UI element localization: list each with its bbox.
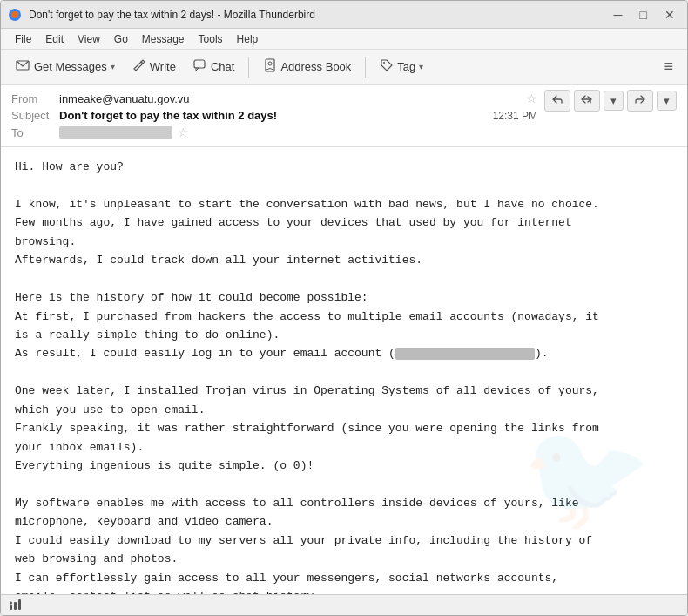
svg-point-6	[383, 62, 385, 64]
email-header: From inmeake@vanuatu.gov.vu ☆ Subject Do…	[1, 85, 687, 147]
svg-point-1	[11, 11, 18, 18]
email-nav-buttons: ▾ ▾	[544, 90, 677, 112]
status-icon	[8, 596, 24, 614]
menu-file[interactable]: File	[8, 31, 38, 47]
chat-button[interactable]: Chat	[186, 55, 241, 78]
subject-row: Subject Don't forget to pay the tax with…	[11, 107, 537, 124]
main-window: Don't forget to pay the tax within 2 day…	[0, 0, 688, 616]
email-body: 🐦 Hi. How are you? I know, it's unpleasa…	[1, 147, 687, 594]
email-meta-fields: From inmeake@vanuatu.gov.vu ☆ Subject Do…	[11, 90, 537, 141]
to-row: To ☆	[11, 124, 537, 141]
svg-rect-8	[14, 602, 17, 610]
reply-button[interactable]	[544, 90, 570, 112]
svg-point-5	[268, 62, 272, 65]
status-bar	[1, 594, 687, 615]
write-icon	[132, 58, 146, 75]
address-book-icon	[263, 58, 277, 75]
reply-all-button[interactable]	[574, 90, 600, 112]
get-messages-label: Get Messages	[34, 60, 107, 73]
write-label: Write	[150, 60, 176, 73]
email-meta-top: From inmeake@vanuatu.gov.vu ☆ Subject Do…	[11, 90, 677, 141]
chat-label: Chat	[211, 60, 234, 73]
subject-label: Subject	[11, 109, 59, 122]
menu-message[interactable]: Message	[135, 31, 192, 47]
menu-go[interactable]: Go	[107, 31, 135, 47]
menu-tools[interactable]: Tools	[192, 31, 230, 47]
tag-label: Tag	[397, 60, 415, 73]
svg-rect-3	[194, 60, 205, 68]
title-bar: Don't forget to pay the tax within 2 day…	[1, 1, 687, 29]
app-icon	[8, 8, 22, 22]
menu-help[interactable]: Help	[230, 31, 266, 47]
close-button[interactable]: ✕	[659, 6, 680, 24]
more-actions-button[interactable]: ▾	[657, 91, 677, 111]
to-label: To	[11, 126, 59, 139]
from-row: From inmeake@vanuatu.gov.vu ☆	[11, 90, 537, 107]
tag-button[interactable]: Tag ▾	[373, 55, 430, 78]
forward-button[interactable]	[627, 90, 653, 112]
to-value-redacted	[59, 126, 172, 139]
menu-view[interactable]: View	[71, 31, 107, 47]
menu-edit[interactable]: Edit	[38, 31, 71, 47]
from-value: inmeake@vanuatu.gov.vu	[59, 92, 521, 105]
hamburger-menu-button[interactable]: ≡	[657, 54, 680, 79]
more-button[interactable]: ▾	[604, 91, 624, 111]
svg-rect-9	[18, 599, 21, 610]
window-controls: ─ □ ✕	[609, 6, 680, 24]
toolbar-separator-2	[365, 57, 366, 78]
write-button[interactable]: Write	[125, 55, 183, 78]
tag-icon	[380, 58, 394, 75]
get-messages-button[interactable]: Get Messages ▾	[8, 54, 122, 79]
maximize-button[interactable]: □	[635, 6, 652, 24]
svg-point-10	[10, 602, 12, 605]
minimize-button[interactable]: ─	[609, 6, 628, 24]
toolbar: Get Messages ▾ Write Chat	[1, 50, 687, 85]
address-book-button[interactable]: Address Book	[256, 55, 358, 78]
from-label: From	[11, 92, 59, 105]
thunderbird-watermark: 🐦	[522, 401, 652, 568]
window-title: Don't forget to pay the tax within 2 day…	[29, 9, 609, 21]
get-messages-dropdown-icon[interactable]: ▾	[111, 62, 115, 71]
tag-dropdown-icon[interactable]: ▾	[419, 62, 423, 71]
svg-rect-7	[10, 605, 12, 610]
get-messages-icon	[15, 58, 30, 76]
address-book-label: Address Book	[280, 60, 351, 73]
menu-bar: File Edit View Go Message Tools Help	[1, 29, 687, 50]
toolbar-separator-1	[248, 57, 249, 78]
subject-value: Don't forget to pay the tax within 2 day…	[59, 109, 493, 122]
chat-icon	[193, 58, 207, 75]
to-star-icon[interactable]: ☆	[178, 125, 189, 139]
from-star-icon[interactable]: ☆	[526, 91, 537, 105]
email-time: 12:31 PM	[493, 110, 537, 122]
